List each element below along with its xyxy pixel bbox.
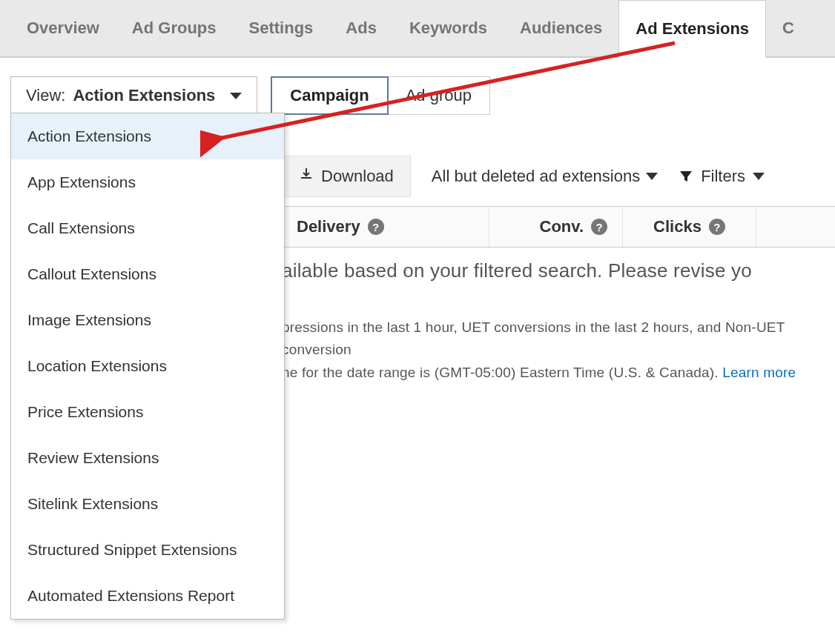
view-dropdown-menu: Action Extensions App Extensions Call Ex… xyxy=(10,113,285,620)
funnel-icon xyxy=(679,169,693,184)
tab-ads[interactable]: Ads xyxy=(329,0,393,56)
dropdown-item-action-extensions[interactable]: Action Extensions xyxy=(11,113,284,159)
col-partial xyxy=(756,207,786,247)
help-icon[interactable]: ? xyxy=(591,219,607,235)
dropdown-item-image-extensions[interactable]: Image Extensions xyxy=(11,297,284,343)
tab-keywords[interactable]: Keywords xyxy=(393,0,504,56)
empty-state-title: ailable based on your filtered search. P… xyxy=(282,259,835,282)
col-clicks[interactable]: Clicks ? xyxy=(623,207,756,247)
filters-label: Filters xyxy=(701,167,745,186)
dropdown-item-app-extensions[interactable]: App Extensions xyxy=(11,159,284,205)
col-delivery[interactable]: Delivery ? xyxy=(282,207,489,247)
caret-down-icon xyxy=(753,173,765,180)
dropdown-item-callout-extensions[interactable]: Callout Extensions xyxy=(11,251,284,297)
col-conv[interactable]: Conv. ? xyxy=(489,207,623,247)
dropdown-item-review-extensions[interactable]: Review Extensions xyxy=(11,435,284,481)
learn-more-link[interactable]: Learn more xyxy=(722,365,796,380)
filters-button[interactable]: Filters xyxy=(679,167,765,186)
dropdown-item-automated-extensions-report[interactable]: Automated Extensions Report xyxy=(11,573,284,619)
help-icon[interactable]: ? xyxy=(368,219,384,235)
help-icon[interactable]: ? xyxy=(709,219,725,235)
dropdown-item-structured-snippet-extensions[interactable]: Structured Snippet Extensions xyxy=(11,527,284,573)
main-tabs: Overview Ad Groups Settings Ads Keywords… xyxy=(0,0,835,58)
scope-adgroup-button[interactable]: Ad group xyxy=(388,77,489,114)
empty-state-line2: ne for the date range is (GMT-05:00) Eas… xyxy=(282,365,722,380)
col-clicks-label: Clicks xyxy=(653,217,702,236)
dropdown-item-location-extensions[interactable]: Location Extensions xyxy=(11,343,284,389)
scope-campaign-button[interactable]: Campaign xyxy=(271,76,388,115)
dropdown-item-sitelink-extensions[interactable]: Sitelink Extensions xyxy=(11,481,284,527)
download-label: Download xyxy=(321,167,394,186)
download-button[interactable]: Download xyxy=(282,156,411,197)
tab-ad-groups[interactable]: Ad Groups xyxy=(116,0,233,56)
dropdown-item-price-extensions[interactable]: Price Extensions xyxy=(11,389,284,435)
empty-state: ailable based on your filtered search. P… xyxy=(282,259,835,384)
col-conv-label: Conv. xyxy=(540,217,584,236)
tab-ad-extensions[interactable]: Ad Extensions xyxy=(618,0,766,58)
toolbar-row: Download All but deleted ad extensions F… xyxy=(282,156,765,197)
tab-overview[interactable]: Overview xyxy=(10,0,116,56)
status-filter-dropdown[interactable]: All but deleted ad extensions xyxy=(432,167,658,186)
tab-settings[interactable]: Settings xyxy=(233,0,330,56)
view-label: View: xyxy=(26,86,65,105)
col-delivery-label: Delivery xyxy=(297,217,360,236)
caret-down-icon xyxy=(230,93,242,99)
controls-row: View: Action Extensions Campaign Ad grou… xyxy=(0,58,835,117)
table-header: Delivery ? Conv. ? Clicks ? xyxy=(282,206,835,248)
caret-down-icon xyxy=(646,173,658,180)
status-filter-label: All but deleted ad extensions xyxy=(432,167,640,186)
tab-audiences[interactable]: Audiences xyxy=(504,0,618,56)
empty-state-line1: pressions in the last 1 hour, UET conver… xyxy=(282,316,835,362)
view-dropdown[interactable]: View: Action Extensions xyxy=(10,76,257,115)
tab-partial[interactable]: C xyxy=(766,0,797,56)
download-icon xyxy=(299,167,314,186)
dropdown-item-call-extensions[interactable]: Call Extensions xyxy=(11,205,284,251)
scope-group: Campaign Ad group xyxy=(271,76,490,115)
view-value: Action Extensions xyxy=(73,86,215,105)
